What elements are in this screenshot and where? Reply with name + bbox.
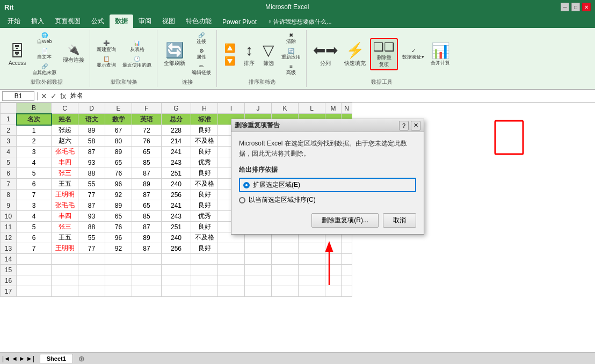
col-header-m[interactable]: M xyxy=(325,103,342,114)
confirm-formula-icon[interactable]: ✓ xyxy=(50,92,57,100)
cell-e1[interactable]: 数学 xyxy=(105,114,132,125)
tab-insert[interactable]: 插入 xyxy=(26,14,49,28)
sheet-tab-1[interactable]: Sheet1 xyxy=(40,354,73,363)
formula-input[interactable] xyxy=(68,92,593,100)
refresh-all-btn[interactable]: 🔄 全部刷新 xyxy=(162,40,187,68)
properties-btn[interactable]: ⚙ 属性 xyxy=(190,47,213,62)
refresh-icon: 🔄 xyxy=(165,41,184,60)
col-header-b[interactable]: B xyxy=(17,103,52,114)
maximize-btn[interactable]: □ xyxy=(571,3,580,11)
delete-duplicates-btn[interactable]: 删除重复项(R)... xyxy=(311,213,379,228)
dialog-help-btn[interactable]: ? xyxy=(399,121,409,130)
existing-icon: 🔌 xyxy=(68,45,79,56)
cancel-formula-icon[interactable]: ✕ xyxy=(41,92,47,100)
tab-data[interactable]: 数据 xyxy=(110,14,133,28)
datatools-label: 数据工具 xyxy=(371,77,393,86)
name-box[interactable] xyxy=(2,91,34,101)
recent-sources-btn[interactable]: 🕐 最近使用的源 xyxy=(120,55,154,70)
validate-btn[interactable]: ✓ 数据验证▾ xyxy=(400,47,426,62)
title-bar: Rit Microsoft Excel ─ □ ✕ xyxy=(0,0,595,14)
cell-c1[interactable]: 姓名 xyxy=(52,114,78,125)
col-header-n[interactable]: N xyxy=(342,103,352,114)
filter-btn[interactable]: ▽ 筛选 xyxy=(260,40,277,68)
tab-powerpivot[interactable]: Power Pivot xyxy=(217,16,262,28)
cell-f1[interactable]: 英语 xyxy=(132,114,162,125)
new-query-btn[interactable]: ➕ 新建查询 xyxy=(95,39,118,54)
clear-btn[interactable]: ✖ 清除 xyxy=(279,31,303,46)
consolidate-icon: 📊 xyxy=(431,42,450,60)
show-queries-btn[interactable]: 📋 显示查询 xyxy=(95,55,118,70)
table-row: 15 xyxy=(1,265,352,275)
cell-d1[interactable]: 语文 xyxy=(78,114,105,125)
show-queries-icon: 📋 xyxy=(103,56,110,62)
col-header-h[interactable]: H xyxy=(191,103,218,114)
minimize-btn[interactable]: ─ xyxy=(561,3,569,11)
row-num: 1 xyxy=(1,114,17,125)
access-btn[interactable]: 🗄 Access xyxy=(6,41,28,68)
text-btn[interactable]: 📄 自文本 xyxy=(30,47,59,62)
dialog-radio-group: 扩展选定区域(E) 以当前选定区域排序(C) xyxy=(239,178,416,205)
col-header-i[interactable]: I xyxy=(218,103,245,114)
tab-review[interactable]: 审阅 xyxy=(133,14,157,28)
table-row: 13 7 王明明 77 92 87 256 良好 xyxy=(1,243,352,254)
remove-dup-btn[interactable]: ❑❑ 删除重复项 xyxy=(370,38,398,70)
col-header-c[interactable]: C xyxy=(52,103,78,114)
radio-current[interactable]: 以当前选定区域排序(C) xyxy=(239,195,416,205)
tab-pagelayout[interactable]: 页面视图 xyxy=(49,14,86,28)
col-header-d[interactable]: D xyxy=(78,103,105,114)
sort-az-btn[interactable]: 🔼 xyxy=(221,42,238,54)
dialog-content: Microsoft Excel 在选定区域旁找到数据。由于您未选定此数据，因此无… xyxy=(231,132,424,234)
flash-fill-btn[interactable]: ⚡ 快速填充 xyxy=(342,40,368,68)
advanced-btn[interactable]: ≡ 高级 xyxy=(279,62,303,77)
insert-function-icon[interactable]: fx xyxy=(60,92,66,100)
from-table-icon: 📊 xyxy=(134,40,140,46)
sheet-nav-prev[interactable]: ◄ xyxy=(11,355,18,362)
cancel-dialog-btn[interactable]: 取消 xyxy=(383,213,416,228)
consolidate-btn[interactable]: 📊 合并计算 xyxy=(429,41,452,68)
new-query-icon: ➕ xyxy=(103,40,110,46)
split-btn[interactable]: ⬅➡ 分列 xyxy=(311,40,340,68)
tab-search[interactable]: ♀ 告诉我您想要做什么... xyxy=(262,16,337,28)
tab-special[interactable]: 特色功能 xyxy=(180,14,217,28)
cell-h1[interactable]: 标准 xyxy=(191,114,218,125)
radio-expand[interactable]: 扩展选定区域(E) xyxy=(239,178,416,192)
reapply-btn[interactable]: 🔄 重新应用 xyxy=(279,47,303,62)
sort-za-btn[interactable]: 🔽 xyxy=(221,55,238,67)
col-header-g[interactable]: G xyxy=(162,103,191,114)
sort-btn[interactable]: ↕ 排序 xyxy=(241,40,258,68)
radio-current-label: 以当前选定区域排序(C) xyxy=(249,195,316,205)
from-table-btn[interactable]: 📊 从表格 xyxy=(120,39,154,54)
clear-icon: ✖ xyxy=(289,32,293,38)
other-sources-btn[interactable]: 🔗 自其他来源 xyxy=(30,62,59,77)
tab-formulas[interactable]: 公式 xyxy=(86,14,110,28)
web-btn[interactable]: 🌐 自Web xyxy=(30,31,59,46)
sheet-nav-first[interactable]: |◄ xyxy=(2,355,10,362)
add-sheet-btn[interactable]: ⊕ xyxy=(74,353,89,364)
col-header-k[interactable]: K xyxy=(272,103,299,114)
window-title: Microsoft Excel xyxy=(13,3,561,11)
dialog-close-btn[interactable]: ✕ xyxy=(411,121,420,130)
existing-connections-btn[interactable]: 🔌 现有连接 xyxy=(61,43,86,65)
col-header-e[interactable]: E xyxy=(105,103,132,114)
close-btn[interactable]: ✕ xyxy=(582,3,591,11)
col-header-f[interactable]: F xyxy=(132,103,162,114)
cell-g1[interactable]: 总分 xyxy=(162,114,191,125)
formula-divider: | xyxy=(37,91,39,101)
sheet-tabs: |◄ ◄ ► ►| Sheet1 ⊕ xyxy=(0,352,595,364)
connections-btn[interactable]: 🔗 连接 xyxy=(190,31,213,46)
split-icon: ⬅➡ xyxy=(313,41,338,60)
tab-home[interactable]: 开始 xyxy=(2,14,26,28)
tab-view[interactable]: 视图 xyxy=(157,14,180,28)
sheet-nav-last[interactable]: ►| xyxy=(26,355,34,362)
ribbon-group-sortfilter: 🔼 🔽 ↕ 排序 ▽ 筛选 ✖ 清除 🔄 xyxy=(218,30,307,87)
edit-links-btn[interactable]: ✏ 编辑链接 xyxy=(190,62,213,77)
recent-icon: 🕐 xyxy=(134,56,140,62)
radio-current-indicator xyxy=(239,197,245,203)
sortfilter-label: 排序和筛选 xyxy=(249,77,275,86)
col-header-j[interactable]: J xyxy=(245,103,272,114)
delete-duplicates-dialog[interactable]: 删除重复项警告 ? ✕ Microsoft Excel 在选定区域旁找到数据。由… xyxy=(231,119,424,235)
cell-b1[interactable]: 名次 xyxy=(17,114,52,125)
sheet-nav-next[interactable]: ► xyxy=(19,355,25,362)
col-header-l[interactable]: L xyxy=(299,103,325,114)
radio-expand-indicator xyxy=(243,182,250,188)
